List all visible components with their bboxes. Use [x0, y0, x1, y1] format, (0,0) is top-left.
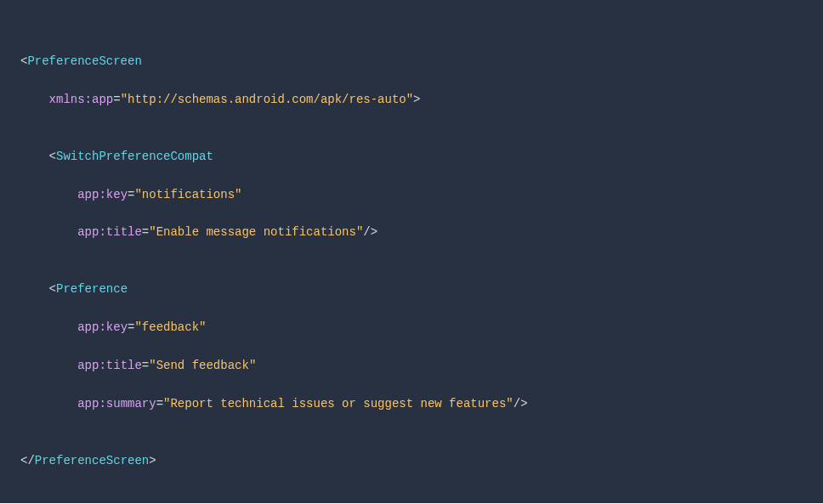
tag-preferencescreen-close: PreferenceScreen [35, 454, 149, 467]
tag-preferencescreen-open: PreferenceScreen [27, 54, 141, 68]
attr-title-2: app:title [77, 359, 142, 372]
code-toolbar [782, 7, 816, 20]
attr-key-2: app:key [77, 320, 128, 334]
tag-preference: Preference [56, 282, 128, 296]
attr-xmlns: xmlns:app [49, 93, 114, 106]
attr-title: app:title [77, 225, 142, 239]
theme-toggle-icon[interactable] [782, 7, 796, 20]
xml-code-block: <PreferenceScreen xmlns:app="http://sche… [0, 0, 823, 503]
tag-switchpreferencecompat: SwitchPreferenceCompat [56, 150, 213, 163]
copy-icon[interactable] [803, 7, 816, 20]
attr-summary: app:summary [77, 397, 156, 411]
attr-key: app:key [77, 188, 128, 201]
